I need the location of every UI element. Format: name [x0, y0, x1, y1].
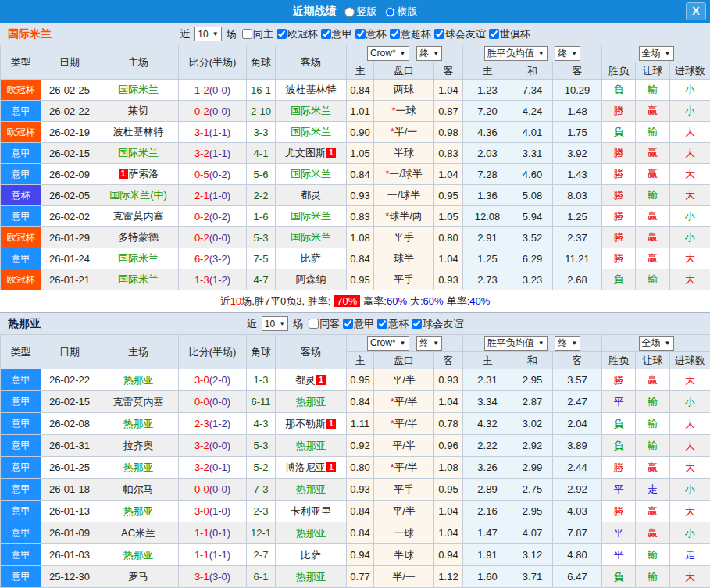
avg-final-select[interactable]: 终▼: [555, 336, 580, 351]
checkbox[interactable]: [377, 319, 387, 329]
crow-home-odds: 0.77: [347, 566, 374, 588]
match-date: 26-02-19: [41, 122, 98, 143]
filter-checkbox[interactable]: 世俱杯: [486, 27, 530, 41]
full-time-score: 3-0: [194, 374, 209, 386]
filter-checkbox[interactable]: 同主: [239, 27, 273, 41]
team-name: 热那亚: [296, 440, 326, 451]
filter-checkbox[interactable]: 意甲: [318, 27, 352, 41]
odds-company-select[interactable]: Crow*▼: [367, 336, 409, 351]
filter-checkbox[interactable]: 意超杯: [387, 27, 431, 41]
handicap-line: *平/半: [374, 391, 434, 413]
checkbox-label: 意甲: [332, 27, 352, 41]
checkbox[interactable]: [412, 319, 422, 329]
corner-score: 12-1: [247, 522, 276, 544]
near-count-select[interactable]: 10▼: [194, 27, 221, 41]
corner-score: 7-5: [247, 248, 276, 269]
result-handicap: 輸: [636, 391, 670, 413]
score-cell: 3-0(1-0): [179, 501, 247, 522]
match-row: 意甲26-01-09AC米兰1-1(0-1)12-1热那亚0.84一球1.041…: [1, 522, 710, 544]
filter-checkbox[interactable]: 意甲: [340, 317, 374, 331]
team-name: 国际米兰: [118, 252, 159, 264]
checkbox[interactable]: [321, 29, 331, 39]
chevron-down-icon: ▼: [400, 50, 406, 57]
avg-group-header: 胜平负均值▼ 终▼: [463, 335, 602, 352]
checkbox[interactable]: [242, 29, 252, 39]
rank-badge: 1: [326, 462, 336, 472]
match-date: 26-02-08: [41, 413, 98, 435]
filter-checkbox[interactable]: 球会友谊: [431, 27, 486, 41]
inter-rows: 欧冠杯26-02-25国际米兰1-2(0-0)16-1波杜基林特0.84两球1.…: [1, 80, 710, 290]
away-team: 那不勒斯1: [276, 413, 347, 435]
genoa-rows: 意甲26-02-22热那亚3-0(2-0)1-3都灵10.95平/半0.932.…: [1, 369, 710, 588]
team-name: 热那亚: [296, 483, 326, 495]
match-row: 意甲26-01-03热那亚1-1(1-1)2-7比萨0.94半球0.941.91…: [1, 544, 710, 566]
avg-draw-odds: 4.24: [512, 101, 553, 122]
avg-home-odds: 1.36: [463, 185, 512, 206]
odds-final-select[interactable]: 终▼: [416, 46, 442, 61]
filter-checkbox[interactable]: 欧冠杯: [273, 27, 318, 41]
match-row: 意甲26-02-08热那亚2-3(1-2)4-3那不勒斯11.11*平/半0.7…: [1, 413, 710, 435]
col-type: 类型: [1, 335, 41, 369]
team-name: 阿森纳: [296, 273, 326, 285]
team-name: 热那亚: [296, 571, 326, 583]
checkbox[interactable]: [355, 29, 366, 39]
match-row: 欧冠杯26-02-25国际米兰1-2(0-0)16-1波杜基林特0.84两球1.…: [1, 80, 710, 101]
subcol-avg-away: 客: [553, 62, 602, 80]
home-team: 热那亚: [98, 544, 179, 566]
layout-option-vertical[interactable]: 竖版: [344, 5, 377, 19]
avg-select[interactable]: 胜平负均值▼: [484, 46, 548, 61]
result-handicap: 輸: [636, 269, 670, 290]
filter-checkbox[interactable]: 意杯: [374, 317, 409, 331]
avg-draw-odds: 2.75: [512, 479, 553, 501]
half-time-score: (1-2): [209, 418, 230, 429]
result-handicap: 輸: [636, 413, 670, 435]
match-date: 26-02-22: [41, 101, 98, 122]
layout-option-horizontal[interactable]: 横版: [385, 5, 418, 19]
checkbox[interactable]: [489, 29, 499, 39]
scope-select[interactable]: 全场▼: [639, 46, 674, 61]
filter-checkbox[interactable]: 意杯: [352, 27, 387, 41]
radio-horizontal[interactable]: [385, 7, 395, 17]
near-count-select[interactable]: 10▼: [262, 316, 288, 331]
checkbox[interactable]: [309, 319, 319, 329]
avg-select[interactable]: 胜平负均值▼: [484, 336, 548, 351]
checkbox-label: 球会友谊: [423, 317, 463, 331]
league-badge: 意甲: [1, 522, 41, 544]
half-time-score: (1-0): [209, 505, 230, 517]
avg-draw-odds: 4.60: [512, 164, 553, 185]
filter-checkbox[interactable]: 球会友谊: [409, 317, 463, 331]
match-date: 26-01-21: [41, 269, 98, 290]
avg-away-odds: 1.43: [553, 164, 602, 185]
scope-select[interactable]: 全场▼: [639, 336, 674, 351]
team-name: 热那亚: [296, 396, 326, 408]
checkbox[interactable]: [434, 29, 444, 39]
chevron-down-icon: ▼: [571, 340, 577, 347]
avg-group-header: 胜平负均值▼ 终▼: [463, 45, 602, 62]
near-label: 近: [247, 317, 257, 331]
checkbox[interactable]: [277, 29, 287, 39]
avg-final-select[interactable]: 终▼: [555, 46, 580, 61]
away-team: 国际米兰: [276, 227, 347, 248]
close-icon[interactable]: X: [686, 2, 706, 20]
team-name: 国际米兰: [291, 126, 331, 137]
match-row: 意甲26-02-15国际米兰3-2(1-1)4-1尤文图斯11.05半球0.83…: [1, 143, 710, 164]
home-team: 拉齐奥: [98, 435, 179, 457]
result-wdl: 勝: [602, 101, 636, 122]
checkbox[interactable]: [343, 319, 353, 329]
odds-final-select[interactable]: 终▼: [416, 336, 442, 351]
handicap-line: *一/球半: [374, 164, 434, 185]
result-handicap: 赢: [636, 369, 670, 391]
team-name: 国际米兰: [291, 231, 331, 243]
odds-company-select[interactable]: Crow*▼: [367, 46, 409, 61]
filter-checkbox[interactable]: 同客: [305, 317, 340, 331]
radio-vertical[interactable]: [344, 7, 355, 17]
genoa-league-checkboxes: 同客意甲意杯球会友谊: [305, 317, 463, 331]
handicap-line: 平/半: [374, 501, 434, 522]
checkbox[interactable]: [390, 29, 400, 39]
half-time-score: (0-1): [209, 461, 230, 473]
inter-filter-controls: 近 10▼ 场 同主欧冠杯意甲意杯意超杯球会友谊世俱杯: [180, 27, 530, 41]
result-goals: 小: [670, 227, 710, 248]
match-date: 26-01-29: [41, 227, 98, 248]
subcol-avg-away: 客: [553, 352, 602, 369]
avg-away-odds: 2.04: [553, 413, 602, 435]
